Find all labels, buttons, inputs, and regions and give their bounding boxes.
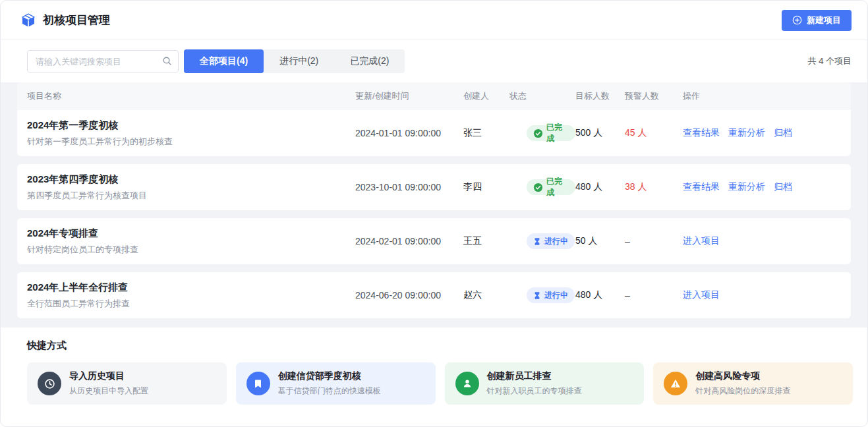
bookmark-icon: [246, 372, 270, 395]
shortcut-card[interactable]: 创建新员工排查针对新入职员工的专项排查: [445, 362, 645, 405]
warning-count: –: [625, 290, 683, 300]
warning-triangle-icon: [664, 372, 687, 395]
column-header: 状态: [509, 90, 575, 102]
shortcut-description: 基于信贷部门特点的快速模板: [278, 385, 381, 397]
shortcut-card[interactable]: 创建高风险专项针对高风险岗位的深度排查: [653, 362, 853, 405]
table-body: 2024年第一季度初核针对第一季度员工异常行为的初步核查2024-01-01 0…: [17, 110, 851, 318]
project-description: 针对特定岗位员工的专项排查: [27, 244, 355, 256]
column-header: 项目名称: [27, 90, 355, 102]
cube-logo-icon: [20, 13, 36, 28]
page-header: 初核项目管理 新建项目: [1, 1, 867, 40]
row-action-link[interactable]: 重新分析: [728, 127, 765, 139]
warning-count: 45 人: [625, 127, 683, 139]
status-badge: 已完成: [527, 179, 575, 195]
project-row: 2024年专项排查针对特定岗位员工的专项排查2024-02-01 09:00:0…: [17, 218, 851, 264]
shortcut-title: 创建新员工排查: [487, 370, 582, 382]
creator: 王五: [463, 235, 509, 247]
project-description: 针对第一季度员工异常行为的初步核查: [27, 136, 355, 148]
project-name: 2024年专项排查: [27, 227, 355, 240]
column-header: 更新/创建时间: [355, 90, 463, 102]
status-label: 进行中: [544, 290, 568, 301]
project-row: 2023年第四季度初核第四季度员工异常行为核查项目2023-10-01 09:0…: [17, 164, 851, 210]
page-title: 初核项目管理: [43, 13, 110, 28]
update-time: 2024-01-01 09:00:00: [355, 128, 463, 138]
shortcut-description: 针对新入职员工的专项排查: [487, 385, 582, 397]
status-badge: 已完成: [527, 125, 575, 141]
project-name: 2024年第一季度初核: [27, 119, 355, 132]
creator: 李四: [463, 181, 509, 193]
filter-tabs: 全部项目(4)进行中(2)已完成(2): [184, 49, 405, 73]
shortcut-description: 从历史项目中导入配置: [69, 385, 148, 397]
row-actions: 进入项目: [683, 289, 844, 301]
status-label: 进行中: [544, 236, 568, 247]
project-description: 第四季度员工异常行为核查项目: [27, 190, 355, 202]
total-count-text: 共 4 个项目: [808, 55, 852, 67]
clock-icon: [38, 372, 61, 395]
row-actions: 查看结果重新分析归档: [683, 127, 844, 139]
project-management-page: 初核项目管理 新建项目 全部项目(4)进行中(2)已完成(2) 共 4 个项目: [0, 0, 868, 427]
project-row: 2024年第一季度初核针对第一季度员工异常行为的初步核查2024-01-01 0…: [17, 110, 851, 156]
filter-tab-0[interactable]: 全部项目(4): [184, 49, 264, 73]
table-header-row: 项目名称更新/创建时间创建人状态目标人数预警人数操作: [17, 82, 851, 110]
row-actions: 查看结果重新分析归档: [683, 181, 844, 193]
shortcut-card[interactable]: 创建信贷部季度初核基于信贷部门特点的快速模板: [236, 362, 436, 405]
filter-tab-2[interactable]: 已完成(2): [334, 49, 405, 73]
shortcuts-section: 快捷方式 导入历史项目从历史项目中导入配置创建信贷部季度初核基于信贷部门特点的快…: [1, 327, 867, 426]
search-icon[interactable]: [162, 56, 172, 66]
shortcut-title: 创建信贷部季度初核: [278, 370, 381, 382]
update-time: 2024-06-20 09:00:00: [355, 290, 463, 300]
toolbar: 全部项目(4)进行中(2)已完成(2) 共 4 个项目: [1, 40, 867, 82]
project-description: 全行范围员工异常行为排查: [27, 298, 355, 310]
project-row: 2024年上半年全行排查全行范围员工异常行为排查2024-06-20 09:00…: [17, 272, 851, 318]
shortcut-description: 针对高风险岗位的深度排查: [695, 385, 790, 397]
creator: 张三: [463, 127, 509, 139]
warning-count: –: [625, 236, 683, 246]
column-header: 创建人: [463, 90, 509, 102]
column-header: 预警人数: [625, 90, 683, 102]
row-action-link[interactable]: 进入项目: [683, 289, 720, 301]
plus-circle-icon: [792, 15, 802, 25]
shortcut-title: 创建高风险专项: [695, 370, 790, 382]
shortcut-card[interactable]: 导入历史项目从历史项目中导入配置: [27, 362, 227, 405]
new-project-button[interactable]: 新建项目: [782, 10, 852, 31]
hourglass-icon: [533, 237, 541, 246]
row-action-link[interactable]: 重新分析: [728, 181, 765, 193]
shortcuts-grid: 导入历史项目从历史项目中导入配置创建信贷部季度初核基于信贷部门特点的快速模板创建…: [27, 362, 853, 405]
row-action-link[interactable]: 归档: [774, 181, 792, 193]
project-name: 2023年第四季度初核: [27, 173, 355, 186]
check-circle-icon: [533, 183, 543, 192]
target-count: 480 人: [575, 289, 625, 301]
search-input[interactable]: [27, 50, 179, 72]
user-icon: [455, 372, 479, 395]
status-badge: 进行中: [527, 233, 575, 249]
new-project-button-label: 新建项目: [807, 14, 841, 26]
hourglass-icon: [533, 291, 541, 300]
warning-count: 38 人: [625, 181, 683, 193]
target-count: 480 人: [575, 181, 625, 193]
target-count: 500 人: [575, 127, 625, 139]
shortcut-title: 导入历史项目: [69, 370, 148, 382]
shortcuts-title: 快捷方式: [27, 339, 853, 352]
status-badge: 进行中: [527, 287, 575, 303]
row-action-link[interactable]: 查看结果: [683, 127, 720, 139]
creator: 赵六: [463, 289, 509, 301]
status-label: 已完成: [546, 176, 569, 198]
row-action-link[interactable]: 进入项目: [683, 235, 720, 247]
status-label: 已完成: [546, 122, 569, 144]
row-actions: 进入项目: [683, 235, 844, 247]
update-time: 2023-10-01 09:00:00: [355, 182, 463, 192]
header-left: 初核项目管理: [20, 13, 110, 28]
target-count: 50 人: [575, 235, 625, 247]
filter-tab-1[interactable]: 进行中(2): [264, 49, 334, 73]
project-name: 2024年上半年全行排查: [27, 281, 355, 294]
check-circle-icon: [533, 128, 543, 138]
column-header: 目标人数: [575, 90, 625, 102]
column-header: 操作: [683, 90, 844, 102]
row-action-link[interactable]: 查看结果: [683, 181, 720, 193]
project-table: 项目名称更新/创建时间创建人状态目标人数预警人数操作 2024年第一季度初核针对…: [1, 82, 867, 318]
search-box: [27, 50, 179, 72]
row-action-link[interactable]: 归档: [774, 127, 792, 139]
update-time: 2024-02-01 09:00:00: [355, 236, 463, 246]
